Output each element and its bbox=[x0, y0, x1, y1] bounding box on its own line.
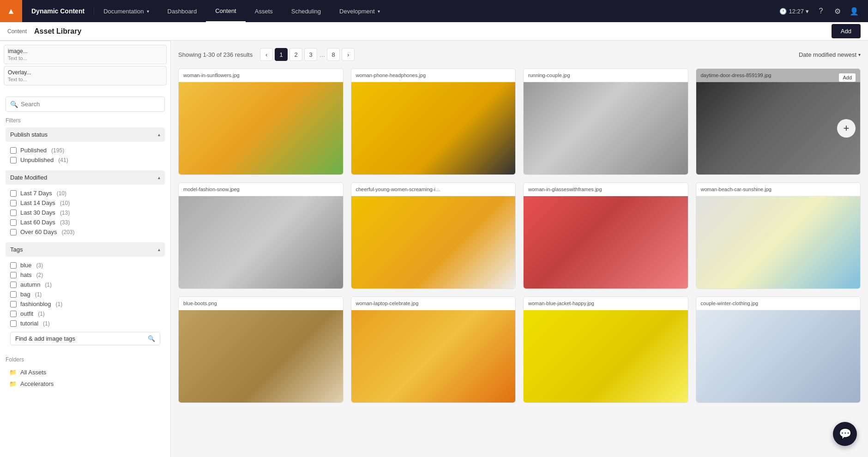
showing-bar: Showing 1-30 of 236 results ‹ 1 2 3 … 8 … bbox=[178, 48, 861, 61]
list-item[interactable]: Overlay... Text to... bbox=[4, 66, 167, 85]
nav-item-assets[interactable]: Assets bbox=[246, 0, 282, 22]
filter-published[interactable]: Published (195) bbox=[10, 145, 160, 155]
asset-title: cheerful-young-women-screaming-i… bbox=[351, 183, 516, 196]
page-next-button[interactable]: › bbox=[342, 48, 355, 61]
date-modified-header[interactable]: Date Modified ▴ bbox=[6, 170, 165, 185]
asset-card[interactable]: blue-boots.png bbox=[178, 296, 344, 403]
page-1-button[interactable]: 1 bbox=[275, 48, 288, 61]
chat-bubble-button[interactable]: 💬 bbox=[833, 422, 857, 446]
search-input[interactable] bbox=[6, 96, 165, 112]
page-8-button[interactable]: 8 bbox=[327, 48, 340, 61]
last7-checkbox[interactable] bbox=[10, 190, 17, 197]
tag-autumn[interactable]: autumn (1) bbox=[10, 280, 160, 289]
unpublished-checkbox[interactable] bbox=[10, 157, 17, 163]
asset-card[interactable]: model-fashion-snow.jpeg bbox=[178, 182, 344, 289]
filter-last60[interactable]: Last 60 Days (33) bbox=[10, 217, 160, 227]
settings-icon[interactable]: ⚙ bbox=[833, 6, 842, 16]
unpublished-count: (41) bbox=[58, 157, 68, 163]
tag-tutorial[interactable]: tutorial (1) bbox=[10, 319, 160, 328]
published-checkbox[interactable] bbox=[10, 147, 17, 154]
last30-checkbox[interactable] bbox=[10, 210, 17, 216]
folder-icon: 📁 bbox=[9, 380, 17, 387]
filter-unpublished[interactable]: Unpublished (41) bbox=[10, 155, 160, 165]
chat-icon: 💬 bbox=[839, 428, 851, 440]
last30-label: Last 30 Days bbox=[20, 209, 55, 216]
nav-item-dashboard[interactable]: Dashboard bbox=[158, 0, 206, 22]
left-panel: image... Text to... Overlay... Text to..… bbox=[0, 41, 171, 457]
add-circle-button[interactable]: + bbox=[837, 119, 856, 138]
user-icon[interactable]: 👤 bbox=[850, 6, 859, 16]
asset-card[interactable]: woman-in-glasseswithframes.jpg bbox=[523, 182, 688, 289]
asset-card[interactable]: woman-blue-jacket-happy.jpg bbox=[523, 296, 688, 403]
tag-tutorial-checkbox[interactable] bbox=[10, 320, 17, 327]
list-item[interactable]: image... Text to... bbox=[4, 45, 167, 64]
nav-item-scheduling[interactable]: Scheduling bbox=[282, 0, 330, 22]
tag-bag[interactable]: bag (1) bbox=[10, 289, 160, 299]
date-modified-group: Date Modified ▴ Last 7 Days (10) Last 14… bbox=[6, 170, 165, 241]
page-3-button[interactable]: 3 bbox=[304, 48, 317, 61]
page-2-button[interactable]: 2 bbox=[289, 48, 302, 61]
nav-item-content[interactable]: Content bbox=[206, 0, 246, 22]
asset-image bbox=[351, 310, 516, 403]
asset-card[interactable]: woman-beach-car-sunshine.jpg bbox=[696, 182, 861, 289]
tag-outfit[interactable]: outfit (1) bbox=[10, 309, 160, 319]
help-icon[interactable]: ? bbox=[816, 6, 826, 16]
asset-image bbox=[524, 82, 688, 174]
asset-card[interactable]: woman-in-sunflowers.jpg bbox=[178, 68, 344, 175]
over60-checkbox[interactable] bbox=[10, 229, 17, 235]
asset-title: woman-beach-car-sunshine.jpg bbox=[696, 183, 861, 196]
nav-item-development[interactable]: Development ▾ bbox=[330, 0, 389, 22]
time-display: 🕐 12:27 ▾ bbox=[779, 8, 809, 15]
asset-card[interactable]: woman-phone-headphones.jpg bbox=[351, 68, 516, 175]
filter-last14[interactable]: Last 14 Days (10) bbox=[10, 198, 160, 208]
folders-label: Folders bbox=[6, 356, 165, 363]
tag-fashionblog-checkbox[interactable] bbox=[10, 301, 17, 307]
page-separator: … bbox=[319, 51, 325, 58]
asset-image bbox=[179, 82, 343, 174]
asset-card[interactable]: woman-laptop-celebrate.jpg bbox=[351, 296, 516, 403]
publish-status-header[interactable]: Publish status ▴ bbox=[6, 127, 165, 142]
sort-label: Date modified newest bbox=[799, 51, 856, 58]
tag-outfit-label: outfit bbox=[20, 310, 33, 317]
filter-last30[interactable]: Last 30 Days (13) bbox=[10, 208, 160, 217]
add-label[interactable]: Add bbox=[839, 73, 856, 82]
asset-card[interactable]: couple-winter-clothing.jpg bbox=[696, 296, 861, 403]
last14-checkbox[interactable] bbox=[10, 200, 17, 206]
tag-fashionblog[interactable]: fashionblog (1) bbox=[10, 299, 160, 309]
publish-status-label: Publish status bbox=[10, 131, 48, 138]
asset-card[interactable]: running-couple.jpg bbox=[523, 68, 688, 175]
tag-hats[interactable]: hats (2) bbox=[10, 270, 160, 280]
tag-outfit-checkbox[interactable] bbox=[10, 311, 17, 317]
filter-last7[interactable]: Last 7 Days (10) bbox=[10, 188, 160, 198]
chevron-down-icon: ▾ bbox=[378, 9, 380, 14]
nav-item-label: Dashboard bbox=[168, 8, 197, 15]
asset-title: model-fashion-snow.jpeg bbox=[179, 183, 343, 196]
tag-blue[interactable]: blue (3) bbox=[10, 260, 160, 270]
filter-over60[interactable]: Over 60 Days (203) bbox=[10, 227, 160, 237]
page-prev-button[interactable]: ‹ bbox=[260, 48, 273, 61]
find-add-tags[interactable]: Find & add image tags 🔍 bbox=[10, 332, 160, 345]
tag-hats-checkbox[interactable] bbox=[10, 272, 17, 278]
asset-card[interactable]: daytime-door-dress-859199.jpg Add + bbox=[696, 68, 861, 175]
tag-bag-checkbox[interactable] bbox=[10, 291, 17, 298]
sort-control[interactable]: Date modified newest ▾ bbox=[799, 51, 861, 58]
tag-blue-checkbox[interactable] bbox=[10, 262, 17, 269]
asset-card[interactable]: cheerful-young-women-screaming-i… bbox=[351, 182, 516, 289]
find-tags-text: Find & add image tags bbox=[15, 335, 75, 342]
last60-checkbox[interactable] bbox=[10, 219, 17, 226]
last30-count: (13) bbox=[60, 210, 70, 216]
tags-header[interactable]: Tags ▴ bbox=[6, 242, 165, 257]
asset-title: woman-in-glasseswithframes.jpg bbox=[524, 183, 688, 196]
nav-item-documentation[interactable]: Documentation ▾ bbox=[94, 0, 158, 22]
showing-info: Showing 1-30 of 236 results ‹ 1 2 3 … 8 … bbox=[178, 48, 355, 61]
tag-autumn-checkbox[interactable] bbox=[10, 282, 17, 288]
published-label: Published bbox=[20, 147, 47, 154]
last7-count: (10) bbox=[57, 190, 66, 197]
app-brand: Dynamic Content bbox=[22, 7, 94, 15]
asset-image bbox=[179, 310, 343, 403]
breadcrumb-content[interactable]: Content bbox=[7, 28, 27, 35]
folder-all-assets[interactable]: 📁 All Assets bbox=[6, 367, 165, 378]
add-button[interactable]: Add bbox=[832, 24, 861, 38]
folder-accelerators[interactable]: 📁 Accelerators bbox=[6, 378, 165, 390]
item-title: image... bbox=[8, 48, 163, 54]
